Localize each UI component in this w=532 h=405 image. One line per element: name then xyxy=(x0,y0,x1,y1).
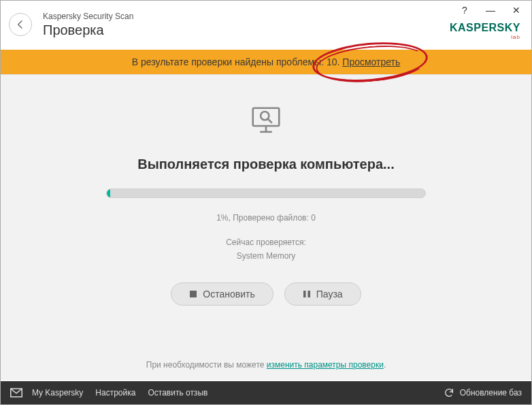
logo-text: KASPERSKY xyxy=(450,22,520,34)
pause-label: Пауза xyxy=(316,289,343,299)
now-scanning-item: System Memory xyxy=(237,251,296,261)
alert-view-link[interactable]: Просмотреть xyxy=(342,56,400,67)
header: Kaspersky Security Scan Проверка KASPERS… xyxy=(1,1,531,50)
pause-icon xyxy=(303,290,311,298)
scan-stats: 1%, Проверено файлов: 0 xyxy=(216,213,316,223)
progress-fill xyxy=(107,189,110,197)
svg-rect-7 xyxy=(307,291,310,297)
alert-count: 10 xyxy=(327,56,337,67)
content-area: Выполняется проверка компьютера... 1%, П… xyxy=(1,74,531,380)
svg-line-4 xyxy=(268,119,272,123)
page-title: Проверка xyxy=(43,22,450,38)
alert-bar: В результате проверки найдены проблемы: … xyxy=(1,50,531,74)
pause-button[interactable]: Пауза xyxy=(284,282,361,306)
window-controls: ? — ✕ xyxy=(458,5,523,16)
change-settings-link[interactable]: изменить параметры проверки xyxy=(267,360,384,370)
arrow-left-icon xyxy=(15,19,26,30)
scan-title: Выполняется проверка компьютера... xyxy=(137,157,394,172)
back-button[interactable] xyxy=(9,13,32,36)
footer-bar: My Kaspersky Настройка Оставить отзыв Об… xyxy=(1,381,531,404)
svg-rect-0 xyxy=(253,108,280,126)
footer-update[interactable]: Обновление баз xyxy=(444,387,522,398)
close-button[interactable]: ✕ xyxy=(510,5,523,16)
svg-rect-6 xyxy=(303,291,306,297)
kaspersky-logo: KASPERSKY lab xyxy=(450,22,520,40)
title-block: Kaspersky Security Scan Проверка xyxy=(43,12,450,38)
svg-rect-5 xyxy=(190,291,197,297)
alert-text: В результате проверки найдены проблемы: xyxy=(132,56,327,67)
now-scanning-label: Сейчас проверяется: xyxy=(226,238,306,247)
monitor-scan-icon xyxy=(247,102,285,143)
hint-prefix: При необходимости вы можете xyxy=(146,360,267,370)
stop-button[interactable]: Остановить xyxy=(171,282,273,306)
footer-my-kaspersky[interactable]: My Kaspersky xyxy=(32,388,83,398)
refresh-icon xyxy=(444,387,454,398)
hint-line: При необходимости вы можете изменить пар… xyxy=(146,360,386,370)
footer-feedback[interactable]: Оставить отзыв xyxy=(148,388,207,398)
hint-suffix: . xyxy=(384,360,386,370)
footer-settings[interactable]: Настройка xyxy=(95,388,135,398)
stop-icon xyxy=(189,290,197,298)
logo-subtext: lab xyxy=(450,34,520,40)
help-button[interactable]: ? xyxy=(458,5,471,16)
footer-update-label: Обновление баз xyxy=(460,388,522,398)
progress-bar xyxy=(106,189,426,198)
stop-label: Остановить xyxy=(203,289,254,299)
button-row: Остановить Пауза xyxy=(171,282,361,306)
minimize-button[interactable]: — xyxy=(484,5,497,16)
svg-point-3 xyxy=(261,112,269,120)
mail-icon[interactable] xyxy=(10,388,22,398)
app-name: Kaspersky Security Scan xyxy=(43,12,450,21)
